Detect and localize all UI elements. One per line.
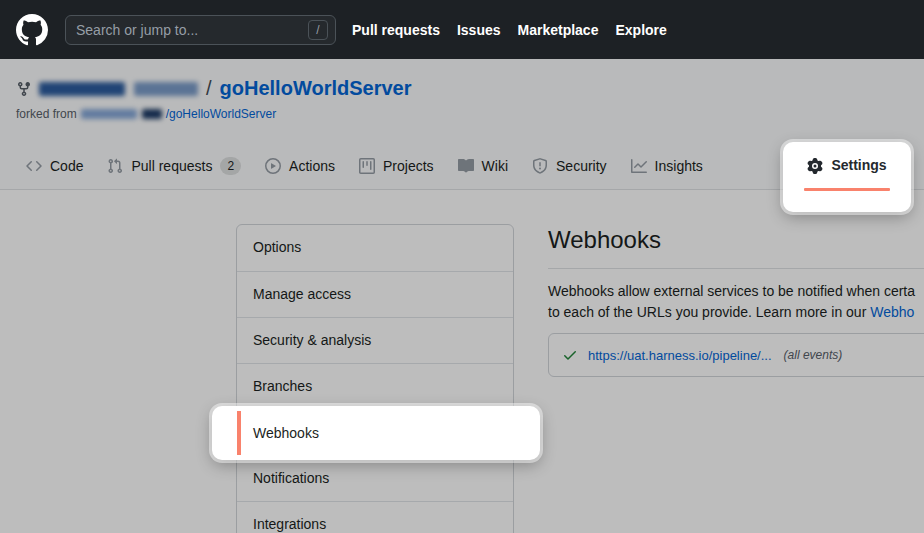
selected-tab-underline <box>804 188 890 191</box>
webhooks-description: Webhooks allow external services to be n… <box>548 281 924 323</box>
redacted-owner-name-2 <box>134 82 198 96</box>
nav-issues[interactable]: Issues <box>457 22 501 38</box>
sidebar-item-label: Notifications <box>253 470 329 486</box>
settings-content: Options Manage access Security & analysi… <box>0 190 924 533</box>
page-body: / goHelloWorldServer forked from /goHell… <box>0 59 924 533</box>
code-icon <box>26 158 42 174</box>
repo-tab-bar: Code Pull requests 2 Actions Projects Wi… <box>0 143 924 190</box>
github-mark-icon <box>16 14 48 46</box>
tab-pull-requests[interactable]: Pull requests 2 <box>95 143 253 189</box>
description-line-2: to each of the URLs you provide. Learn m… <box>548 304 870 320</box>
sidebar-item-notifications[interactable]: Notifications <box>237 455 513 501</box>
redacted-owner-name <box>39 82 125 96</box>
description-line-1: Webhooks allow external services to be n… <box>548 283 915 299</box>
project-icon <box>359 158 375 174</box>
tab-label: Settings <box>831 157 886 173</box>
sidebar-item-label: Manage access <box>253 286 351 302</box>
sidebar-item-integrations[interactable]: Integrations <box>237 501 513 533</box>
tab-code[interactable]: Code <box>14 143 95 189</box>
webhooks-panel: Webhooks Webhooks allow external service… <box>548 226 924 377</box>
forked-from-label: forked from <box>16 107 77 121</box>
tab-actions[interactable]: Actions <box>253 143 347 189</box>
sidebar-item-label: Webhooks <box>253 406 319 460</box>
repo-header: / goHelloWorldServer forked from /goHell… <box>0 59 924 143</box>
github-header: Search or jump to... / Pull requests Iss… <box>0 0 924 59</box>
play-icon <box>265 158 281 174</box>
search-placeholder: Search or jump to... <box>76 22 198 38</box>
gear-icon <box>807 158 823 174</box>
divider <box>548 268 924 269</box>
tab-label: Security <box>556 158 607 174</box>
github-logo-link[interactable] <box>16 14 48 46</box>
slash-key-hint: / <box>308 20 328 40</box>
sidebar-item-branches[interactable]: Branches <box>237 363 513 409</box>
check-icon <box>562 347 578 363</box>
repo-forked-icon <box>16 81 32 97</box>
sidebar-item-label: Security & analysis <box>253 332 371 348</box>
tab-label: Wiki <box>482 158 508 174</box>
settings-sidebar: Options Manage access Security & analysi… <box>236 224 514 533</box>
header-nav: Pull requests Issues Marketplace Explore <box>352 22 667 38</box>
github-repo-settings-screen: Search or jump to... / Pull requests Iss… <box>0 0 924 533</box>
tab-label: Code <box>50 158 83 174</box>
redacted-upstream-owner <box>81 109 137 119</box>
tab-wiki[interactable]: Wiki <box>446 143 520 189</box>
webhook-list-item: https://uat.harness.io/pipeline/... (all… <box>548 333 924 377</box>
repo-name-link[interactable]: goHelloWorldServer <box>220 77 412 100</box>
tab-label: Actions <box>289 158 335 174</box>
webhooks-guide-link[interactable]: Webho <box>870 304 914 320</box>
sidebar-item-label: Integrations <box>253 516 326 532</box>
breadcrumb-separator: / <box>206 77 212 100</box>
sidebar-item-security-analysis[interactable]: Security & analysis <box>237 317 513 363</box>
tab-security[interactable]: Security <box>520 143 619 189</box>
sidebar-item-options[interactable]: Options <box>237 225 513 271</box>
upstream-repo-link[interactable]: /goHelloWorldServer <box>166 107 277 121</box>
tab-label: Insights <box>655 158 703 174</box>
nav-explore[interactable]: Explore <box>615 22 666 38</box>
sidebar-item-label: Branches <box>253 378 312 394</box>
webhook-url-link[interactable]: https://uat.harness.io/pipeline/... <box>588 348 772 363</box>
tab-label: Pull requests <box>131 158 212 174</box>
webhooks-highlight[interactable]: Webhooks <box>212 406 540 460</box>
shield-icon <box>532 158 548 174</box>
tab-insights[interactable]: Insights <box>619 143 715 189</box>
pull-requests-count-badge: 2 <box>220 157 241 175</box>
selected-item-accent-bar <box>237 411 241 455</box>
book-icon <box>458 158 474 174</box>
sidebar-item-webhooks[interactable]: Webhooks <box>237 409 513 455</box>
nav-marketplace[interactable]: Marketplace <box>518 22 599 38</box>
forked-from-line: forked from /goHelloWorldServer <box>16 107 908 121</box>
sidebar-item-manage-access[interactable]: Manage access <box>237 271 513 317</box>
tab-projects[interactable]: Projects <box>347 143 446 189</box>
webhook-events: (all events) <box>784 348 843 362</box>
pull-request-icon <box>107 158 123 174</box>
page-title: Webhooks <box>548 226 924 254</box>
repo-breadcrumb: / goHelloWorldServer <box>16 77 908 100</box>
search-input[interactable]: Search or jump to... / <box>65 15 336 45</box>
graph-icon <box>631 158 647 174</box>
sidebar-item-label: Options <box>253 239 301 255</box>
nav-pull-requests[interactable]: Pull requests <box>352 22 440 38</box>
tab-label: Projects <box>383 158 434 174</box>
redacted-upstream-owner-2 <box>142 109 162 119</box>
tab-settings[interactable]: Settings <box>783 142 911 212</box>
